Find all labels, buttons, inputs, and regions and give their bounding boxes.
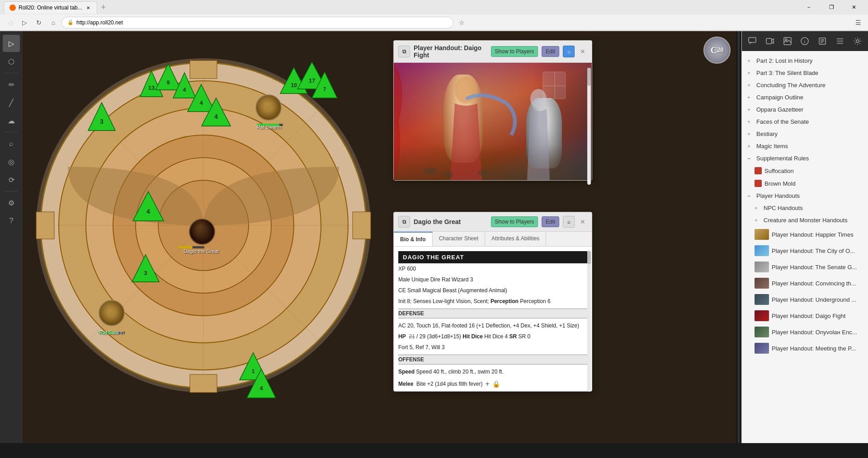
char-copy-btn[interactable]: ⧉ [398, 216, 410, 228]
char-scrollbar[interactable] [587, 248, 591, 389]
sidebar-gear-btn[interactable] [850, 34, 865, 48]
window-controls: − ❐ ✕ [798, 0, 864, 14]
sidebar-list-btn[interactable] [833, 34, 847, 48]
sidebar-label-handout-city: Player Handout: The City of O... [772, 248, 855, 254]
sidebar-label-handout-onyo: Player Handout: Onyvolан Enc... [772, 329, 857, 336]
title-bar: Roll20: Online virtual tab... ✕ + − ❐ ✕ [0, 0, 868, 14]
new-tab-btn[interactable]: + [97, 1, 110, 14]
sidebar-video-btn[interactable] [763, 34, 777, 48]
sidebar-chat-btn[interactable] [745, 34, 760, 48]
handout-underground-thumb [755, 294, 769, 305]
sidebar-item-handout-convincing[interactable]: Player Handout: Convincing th... [742, 275, 868, 291]
handout-panel[interactable]: ⧉ Player Handout: Daigo Fight Show to Pl… [393, 40, 592, 181]
tab-attributes[interactable]: Attributes & Abilities [485, 232, 546, 246]
sidebar-item-part3[interactable]: + Part 3: The Silent Blade [742, 67, 868, 79]
bookmark-star[interactable]: ☆ [455, 16, 468, 29]
sidebar-item-supplemental[interactable]: − Supplemental Rules [742, 152, 868, 164]
tool-settings[interactable]: ⚙ [3, 194, 20, 211]
tool-pointer[interactable]: ▷ [3, 35, 20, 52]
close-btn[interactable]: ✕ [844, 0, 864, 14]
handout-convincing-thumb [755, 278, 769, 289]
tool-zoom[interactable]: ⌕ [3, 135, 20, 152]
tool-help[interactable]: ? [3, 212, 20, 229]
sidebar-item-handout-city[interactable]: Player Handout: The City of O... [742, 243, 868, 259]
sidebar-item-suffocation[interactable]: Suffocation [742, 164, 868, 177]
tab-character-sheet[interactable]: Character Sheet [433, 232, 485, 246]
browser-tab[interactable]: Roll20: Online virtual tab... ✕ [4, 1, 97, 14]
menu-btn[interactable]: ☰ [852, 16, 864, 29]
svg-rect-51 [543, 85, 566, 86]
sidebar-item-handout-daigo[interactable]: Player Handout: Daigo Fight [742, 308, 868, 324]
stat-xp: XP 600 [398, 263, 587, 274]
handout-close-btn[interactable]: ✕ [578, 47, 587, 56]
char-close-btn[interactable]: ✕ [578, 217, 587, 226]
sidebar-item-handout-underground[interactable]: Player Handout: Underground ... [742, 291, 868, 308]
tool-measure[interactable]: ◎ [3, 153, 20, 170]
tab-bio-info[interactable]: Bio & Info [394, 232, 433, 246]
tool-token[interactable]: ⬡ [3, 53, 20, 70]
sidebar-item-faces[interactable]: + Faces of the Senate [742, 116, 868, 128]
sidebar-info-btn[interactable]: i [797, 34, 812, 48]
sidebar-item-handout-onyo[interactable]: Player Handout: Onyvolан Enc... [742, 324, 868, 340]
sidebar-item-part2[interactable]: + Part 2: Lost in History [742, 55, 868, 67]
rat-swarm-1-token[interactable] [255, 94, 282, 121]
handout-scrollbar[interactable] [587, 63, 591, 180]
char-body[interactable]: DAGIO THE GREAT XP 600 Male Unique Dire … [394, 247, 592, 391]
sidebar-item-concluding[interactable]: + Concluding The Adventure [742, 79, 868, 91]
sidebar-text-btn[interactable] [815, 34, 830, 48]
nav-bar: ◁ ▷ ↻ ⌂ 🔒 http://app.roll20.net ☆ ☰ [0, 14, 868, 31]
sidebar-item-brown-mold[interactable]: Brown Mold [742, 177, 868, 190]
refresh-btn[interactable]: ↻ [33, 16, 45, 29]
right-sidebar: i + Part 2: Lost in History + Part 3: Th… [741, 31, 868, 443]
sidebar-item-handout-happier[interactable]: Player Handout: Happier Times [742, 226, 868, 243]
tab-label: Roll20: Online virtual tab... [19, 5, 82, 11]
char-edit-btn[interactable]: Edit [542, 216, 559, 227]
home-btn[interactable]: ⌂ [47, 16, 60, 29]
back-btn[interactable]: ◁ [4, 16, 16, 29]
sidebar-label-player-handouts: Player Handouts [756, 192, 800, 199]
svg-point-57 [505, 173, 517, 179]
sidebar-item-creature-handouts[interactable]: + Creature and Monster Handouts [742, 214, 868, 226]
svg-rect-58 [749, 37, 756, 42]
settings-icon: ⚙ [8, 199, 14, 207]
expand-icon-npc-handouts: + [755, 205, 761, 211]
sidebar-item-campaign[interactable]: + Campaign Outline [742, 91, 868, 103]
handout-edit-btn[interactable]: Edit [542, 46, 559, 57]
minimize-btn[interactable]: − [798, 0, 819, 14]
tool-fog[interactable]: ☁ [3, 112, 20, 129]
handout-image [394, 63, 592, 180]
sidebar-image-btn[interactable] [780, 34, 795, 48]
tool-turn[interactable]: ⟳ [3, 171, 20, 188]
sidebar-item-handout-senate[interactable]: Player Handout: The Senate G... [742, 259, 868, 275]
forward-btn[interactable]: ▷ [18, 16, 31, 29]
tool-line[interactable]: ╱ [3, 94, 20, 111]
tool-pencil[interactable]: ✏ [3, 76, 20, 93]
handout-show-players-btn[interactable]: Show to Players [491, 46, 538, 57]
stat-saves: Fort 5, Ref 7, Will 3 [398, 342, 587, 353]
tab-close-btn[interactable]: ✕ [85, 5, 91, 11]
url-bar[interactable]: 🔒 http://app.roll20.net [61, 17, 453, 28]
sidebar-item-oppara[interactable]: + Oppara Gazetteer [742, 103, 868, 116]
sidebar-item-bestiary[interactable]: + Bestiary [742, 128, 868, 140]
sidebar-item-magic[interactable]: + Magic Items [742, 140, 868, 152]
char-search-btn[interactable]: ⌕ [563, 216, 575, 228]
map-area[interactable]: 13 9 4 3 4 4 10 17 7 4 [23, 31, 736, 443]
expand-icon-magic: + [747, 143, 754, 150]
sidebar-label-part3: Part 3: The Silent Blade [756, 70, 818, 76]
handout-zoom-btn[interactable]: ⌕ [563, 46, 575, 57]
rat-swarm-2-token[interactable] [99, 300, 125, 326]
expand-icon-part3: + [747, 70, 754, 76]
char-panel[interactable]: ⧉ Dagio the Great Show to Players Edit ⌕… [393, 212, 592, 392]
sidebar-item-npc-handouts[interactable]: + NPC Handouts [742, 202, 868, 214]
divider [736, 31, 741, 443]
sidebar-content[interactable]: + Part 2: Lost in History + Part 3: The … [742, 51, 868, 443]
char-show-players-btn[interactable]: Show to Players [491, 216, 538, 227]
expand-icon-player-handouts: − [747, 193, 754, 199]
handout-copy-btn[interactable]: ⧉ [398, 46, 410, 57]
sidebar-item-handout-meeting[interactable]: Player Handout: Meeting the P... [742, 340, 868, 356]
dagio-token[interactable] [189, 219, 215, 245]
stat-ac: AC 20, Touch 16, Flat-footed 16 (+1 Defl… [398, 320, 587, 331]
maximize-btn[interactable]: ❐ [821, 0, 842, 14]
stat-melee: Melee Bite +2 (1d4 plus filth fever) + 🔒 [398, 377, 587, 391]
sidebar-item-player-handouts[interactable]: − Player Handouts [742, 190, 868, 202]
